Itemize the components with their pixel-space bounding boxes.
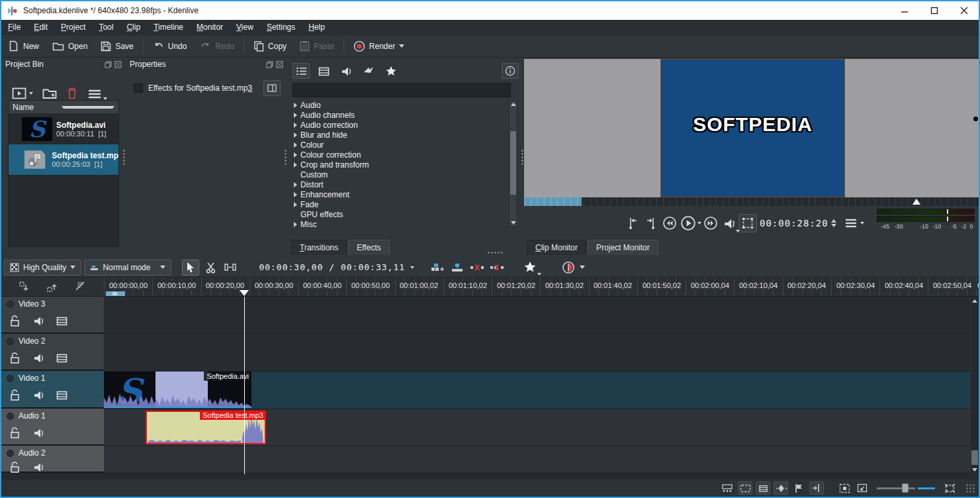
add-clip-dropdown-icon[interactable]: [29, 92, 33, 95]
snap-button[interactable]: [809, 481, 824, 495]
show-custom-effects-button[interactable]: [360, 63, 377, 79]
menu-view[interactable]: View: [230, 21, 260, 34]
expand-caret-icon[interactable]: [294, 182, 297, 187]
close-button[interactable]: [949, 1, 979, 20]
razor-tool-button[interactable]: [202, 260, 219, 275]
set-zone-out-button[interactable]: [642, 214, 660, 232]
track-target-indicator[interactable]: [7, 301, 14, 308]
effect-category[interactable]: Enhancement: [291, 189, 510, 199]
video-thumbnails-button[interactable]: [738, 481, 752, 495]
play-button[interactable]: [679, 214, 697, 232]
effects-search-input[interactable]: [292, 83, 511, 97]
expand-caret-icon[interactable]: [294, 222, 297, 227]
splitter-handle[interactable]: [487, 251, 504, 254]
lane-audio2[interactable]: [104, 446, 979, 473]
effect-category[interactable]: Custom: [291, 170, 510, 179]
timeline-position-timecode[interactable]: 00:00:30,00 / 00:00:33,11: [256, 262, 408, 272]
tab-effects[interactable]: Effects: [348, 240, 389, 255]
extract-zone-button[interactable]: [468, 260, 486, 275]
timeline-clip-softpedia-test-mp3[interactable]: Softpedia test.mp3: [146, 411, 266, 444]
hide-track-icon[interactable]: [56, 389, 68, 401]
lane-audio1[interactable]: Softpedia test.mp3: [104, 409, 979, 446]
timeline-playhead[interactable]: [244, 297, 245, 474]
timeline-ruler[interactable]: 00:00:00,00 00:00:10,00 00:00:20,00 00:0…: [104, 277, 979, 297]
expand-caret-icon[interactable]: [294, 113, 297, 118]
track-header-audio1[interactable]: Audio 1: [1, 409, 104, 446]
splitter-handle[interactable]: [284, 149, 287, 166]
effect-category[interactable]: Colour correction: [291, 150, 510, 160]
preview-render-button[interactable]: [560, 260, 577, 275]
track-target-indicator[interactable]: [7, 413, 14, 420]
track-header-video3[interactable]: Video 3: [1, 297, 104, 334]
save-button[interactable]: Save: [94, 38, 140, 55]
timeline-vertical-scrollbar[interactable]: [970, 297, 979, 474]
effect-stack-options-button[interactable]: [263, 80, 281, 96]
mute-track-icon[interactable]: [32, 352, 44, 364]
track-target-up-icon[interactable]: [46, 281, 58, 293]
tracks-icon[interactable]: [720, 481, 735, 495]
expand-caret-icon[interactable]: [294, 142, 297, 148]
track-target-indicator[interactable]: [7, 338, 14, 345]
lane-video2[interactable]: [104, 334, 979, 372]
monitor-timecode[interactable]: 00:00:28:20: [757, 216, 831, 230]
timeline-zone-bar[interactable]: [106, 291, 125, 296]
preview-quality-select[interactable]: High Quality: [4, 260, 81, 275]
lift-zone-button[interactable]: [488, 260, 506, 275]
effect-category[interactable]: Audio: [291, 100, 510, 110]
scrollbar-thumb[interactable]: [971, 450, 978, 465]
favorite-dropdown-icon[interactable]: [537, 273, 541, 275]
maximize-button[interactable]: [919, 1, 949, 20]
track-header-video1[interactable]: Video 1: [1, 371, 104, 409]
render-button[interactable]: Render: [347, 37, 411, 56]
mute-track-icon[interactable]: [32, 461, 44, 473]
mute-track-icon[interactable]: [32, 315, 44, 326]
expand-caret-icon[interactable]: [294, 132, 297, 138]
track-header-audio2[interactable]: Audio 2: [1, 446, 104, 473]
show-audio-effects-button[interactable]: [337, 63, 355, 79]
float-panel-icon[interactable]: [105, 61, 112, 68]
bin-item-softpedia-test-mp3[interactable]: Softpedia test.mp 00:00:25:03 [1]: [9, 144, 118, 175]
track-target-indicator[interactable]: [7, 450, 14, 457]
edit-mode-select[interactable]: Normal mode: [84, 260, 171, 275]
hide-track-icon[interactable]: [56, 315, 68, 327]
forward-button[interactable]: [701, 214, 720, 232]
show-video-effects-button[interactable]: [315, 63, 332, 79]
effect-category[interactable]: Audio channels: [291, 110, 510, 120]
close-panel-icon[interactable]: [276, 61, 283, 68]
track-header-video2[interactable]: Video 2: [1, 334, 104, 371]
close-panel-icon[interactable]: [114, 61, 122, 68]
monitor-menu-button[interactable]: [842, 214, 860, 232]
tab-clip-monitor[interactable]: Clip Monitor: [527, 240, 586, 255]
track-target-indicator[interactable]: [7, 375, 14, 382]
monitor-menu-dropdown-icon[interactable]: [860, 222, 864, 224]
titlebar[interactable]: Softpedia.kdenlive */ 640x480 23.98fps -…: [1, 1, 979, 20]
paste-button[interactable]: Paste: [293, 37, 341, 55]
expand-caret-icon[interactable]: [294, 192, 297, 197]
lock-track-icon[interactable]: [9, 389, 21, 401]
lock-track-icon[interactable]: [9, 315, 21, 326]
lane-video3[interactable]: [104, 297, 979, 334]
audio-thumbnails-button[interactable]: [756, 481, 770, 495]
effect-category[interactable]: Blur and hide: [291, 130, 510, 140]
monitor-zone-toggle-button[interactable]: [738, 214, 757, 232]
copy-button[interactable]: Copy: [247, 37, 293, 55]
monitor-display[interactable]: SOFTPEDIA: [524, 59, 979, 197]
track-target-down-icon[interactable]: [19, 281, 30, 293]
menu-tool[interactable]: Tool: [92, 21, 120, 34]
new-button[interactable]: New: [1, 37, 46, 55]
monitor-playhead-icon[interactable]: [913, 199, 920, 205]
effect-category[interactable]: Distort: [291, 179, 510, 189]
monitor-volume-button[interactable]: [720, 214, 738, 232]
menu-project[interactable]: Project: [54, 21, 92, 34]
create-folder-button[interactable]: [42, 87, 57, 100]
tab-transitions[interactable]: Transitions: [291, 240, 347, 255]
menu-help[interactable]: Help: [302, 21, 332, 34]
undo-button[interactable]: Undo: [146, 38, 194, 55]
menu-settings[interactable]: Settings: [260, 21, 302, 34]
rewind-button[interactable]: [660, 214, 679, 232]
bin-name-column-header[interactable]: Name: [9, 101, 118, 114]
zoom-fit-button[interactable]: [855, 481, 869, 495]
lane-video1[interactable]: S Softpedia.avi: [104, 372, 979, 409]
tab-project-monitor[interactable]: Project Monitor: [588, 240, 658, 255]
set-zone-in-button[interactable]: [623, 214, 642, 232]
